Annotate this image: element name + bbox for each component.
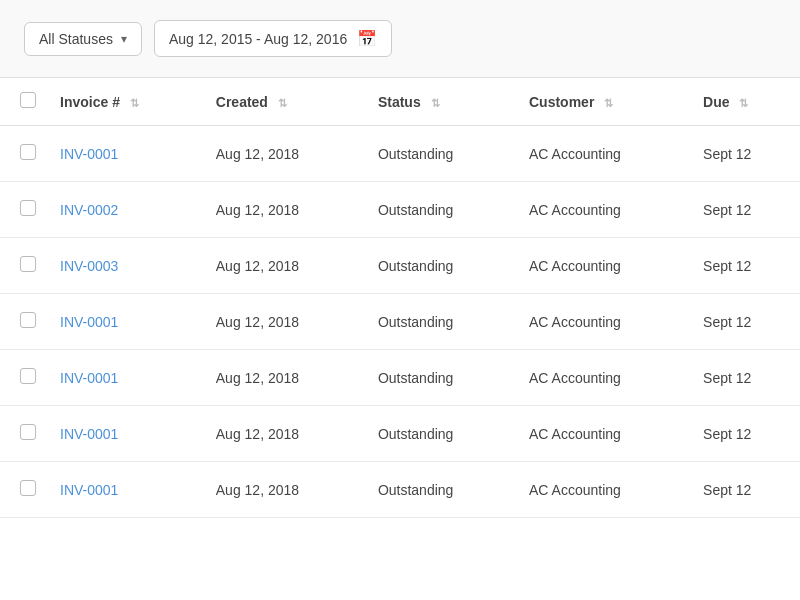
invoice-link-1[interactable]: INV-0002 — [60, 202, 118, 218]
cell-status-4: Outstanding — [362, 350, 513, 406]
cell-status-2: Outstanding — [362, 238, 513, 294]
cell-invoice-4: INV-0001 — [44, 350, 200, 406]
calendar-icon: 📅 — [357, 29, 377, 48]
cell-customer-4: AC Accounting — [513, 350, 687, 406]
cell-customer-2: AC Accounting — [513, 238, 687, 294]
sort-icon-status: ⇅ — [431, 97, 440, 110]
row-checkbox-cell-6 — [0, 462, 44, 518]
table-row: INV-0003 Aug 12, 2018 Outstanding AC Acc… — [0, 238, 800, 294]
table-row: INV-0001 Aug 12, 2018 Outstanding AC Acc… — [0, 462, 800, 518]
invoice-link-6[interactable]: INV-0001 — [60, 482, 118, 498]
row-checkbox-3[interactable] — [20, 312, 36, 328]
cell-due-0: Sept 12 — [687, 126, 800, 182]
cell-customer-3: AC Accounting — [513, 294, 687, 350]
cell-status-0: Outstanding — [362, 126, 513, 182]
invoice-link-0[interactable]: INV-0001 — [60, 146, 118, 162]
sort-icon-due: ⇅ — [739, 97, 748, 110]
cell-due-2: Sept 12 — [687, 238, 800, 294]
cell-customer-5: AC Accounting — [513, 406, 687, 462]
cell-created-4: Aug 12, 2018 — [200, 350, 362, 406]
table-row: INV-0001 Aug 12, 2018 Outstanding AC Acc… — [0, 406, 800, 462]
col-header-invoice[interactable]: Invoice # ⇅ — [44, 78, 200, 126]
sort-icon-created: ⇅ — [278, 97, 287, 110]
cell-due-4: Sept 12 — [687, 350, 800, 406]
status-dropdown-label: All Statuses — [39, 31, 113, 47]
table-row: INV-0001 Aug 12, 2018 Outstanding AC Acc… — [0, 350, 800, 406]
col-header-due[interactable]: Due ⇅ — [687, 78, 800, 126]
cell-status-3: Outstanding — [362, 294, 513, 350]
cell-invoice-0: INV-0001 — [44, 126, 200, 182]
table-header-row: Invoice # ⇅ Created ⇅ Status ⇅ Customer … — [0, 78, 800, 126]
row-checkbox-cell-5 — [0, 406, 44, 462]
cell-created-1: Aug 12, 2018 — [200, 182, 362, 238]
cell-invoice-3: INV-0001 — [44, 294, 200, 350]
cell-created-5: Aug 12, 2018 — [200, 406, 362, 462]
cell-created-3: Aug 12, 2018 — [200, 294, 362, 350]
invoice-link-4[interactable]: INV-0001 — [60, 370, 118, 386]
date-range-label: Aug 12, 2015 - Aug 12, 2016 — [169, 31, 347, 47]
cell-created-6: Aug 12, 2018 — [200, 462, 362, 518]
chevron-down-icon: ▾ — [121, 32, 127, 46]
col-header-created[interactable]: Created ⇅ — [200, 78, 362, 126]
cell-created-0: Aug 12, 2018 — [200, 126, 362, 182]
cell-status-6: Outstanding — [362, 462, 513, 518]
table-row: INV-0001 Aug 12, 2018 Outstanding AC Acc… — [0, 294, 800, 350]
row-checkbox-5[interactable] — [20, 424, 36, 440]
cell-due-3: Sept 12 — [687, 294, 800, 350]
row-checkbox-cell-1 — [0, 182, 44, 238]
cell-status-1: Outstanding — [362, 182, 513, 238]
row-checkbox-1[interactable] — [20, 200, 36, 216]
cell-status-5: Outstanding — [362, 406, 513, 462]
cell-invoice-5: INV-0001 — [44, 406, 200, 462]
toolbar: All Statuses ▾ Aug 12, 2015 - Aug 12, 20… — [0, 0, 800, 77]
cell-customer-6: AC Accounting — [513, 462, 687, 518]
row-checkbox-cell-0 — [0, 126, 44, 182]
row-checkbox-2[interactable] — [20, 256, 36, 272]
cell-due-6: Sept 12 — [687, 462, 800, 518]
cell-created-2: Aug 12, 2018 — [200, 238, 362, 294]
select-all-cell — [0, 78, 44, 126]
row-checkbox-4[interactable] — [20, 368, 36, 384]
cell-due-5: Sept 12 — [687, 406, 800, 462]
invoice-link-2[interactable]: INV-0003 — [60, 258, 118, 274]
cell-invoice-1: INV-0002 — [44, 182, 200, 238]
select-all-checkbox[interactable] — [20, 92, 36, 108]
invoice-link-5[interactable]: INV-0001 — [60, 426, 118, 442]
cell-due-1: Sept 12 — [687, 182, 800, 238]
col-header-customer[interactable]: Customer ⇅ — [513, 78, 687, 126]
cell-invoice-6: INV-0001 — [44, 462, 200, 518]
table-row: INV-0002 Aug 12, 2018 Outstanding AC Acc… — [0, 182, 800, 238]
cell-customer-1: AC Accounting — [513, 182, 687, 238]
status-dropdown[interactable]: All Statuses ▾ — [24, 22, 142, 56]
row-checkbox-0[interactable] — [20, 144, 36, 160]
date-range-picker[interactable]: Aug 12, 2015 - Aug 12, 2016 📅 — [154, 20, 392, 57]
col-header-status[interactable]: Status ⇅ — [362, 78, 513, 126]
cell-invoice-2: INV-0003 — [44, 238, 200, 294]
table-row: INV-0001 Aug 12, 2018 Outstanding AC Acc… — [0, 126, 800, 182]
row-checkbox-cell-4 — [0, 350, 44, 406]
row-checkbox-cell-3 — [0, 294, 44, 350]
sort-icon-invoice: ⇅ — [130, 97, 139, 110]
main-container: All Statuses ▾ Aug 12, 2015 - Aug 12, 20… — [0, 0, 800, 600]
sort-icon-customer: ⇅ — [604, 97, 613, 110]
cell-customer-0: AC Accounting — [513, 126, 687, 182]
invoices-table: Invoice # ⇅ Created ⇅ Status ⇅ Customer … — [0, 77, 800, 518]
invoice-link-3[interactable]: INV-0001 — [60, 314, 118, 330]
row-checkbox-6[interactable] — [20, 480, 36, 496]
row-checkbox-cell-2 — [0, 238, 44, 294]
